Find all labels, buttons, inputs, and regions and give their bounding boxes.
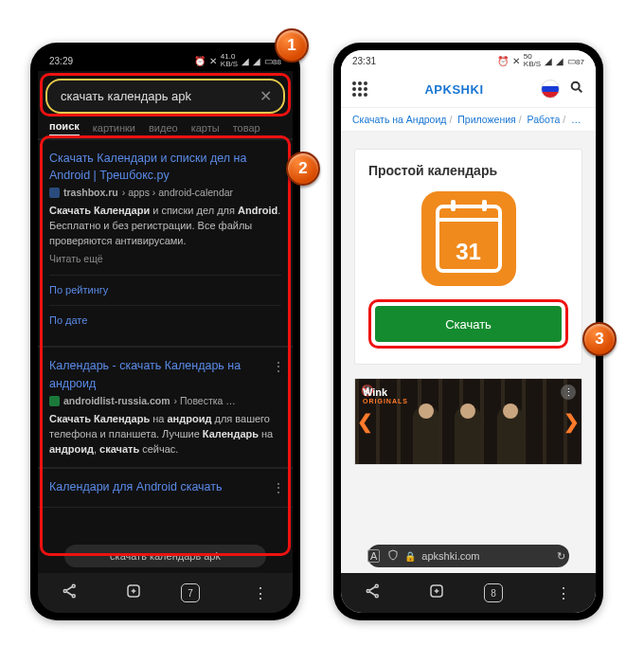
status-icons: ⏰ ✕ 41.0 KB/S ◢◢ ▭88 bbox=[194, 53, 281, 68]
search-icon[interactable] bbox=[569, 80, 584, 99]
site-header: APKSHKI bbox=[341, 71, 596, 108]
phone-left: 23:29 ⏰ ✕ 41.0 KB/S ◢◢ ▭88 ✕ поиск bbox=[30, 43, 300, 620]
status-bar: 23:31 ⏰✕ 50 KB/S ◢◢ ▭87 bbox=[341, 50, 596, 71]
search-tabs: поиск картинки видео карты товар bbox=[38, 117, 293, 139]
url-text: скачать календарь apk bbox=[110, 550, 221, 562]
crumb[interactable]: Приложения bbox=[457, 114, 515, 125]
browser-nav: 7 ⋮ bbox=[38, 573, 293, 613]
crumb: … bbox=[571, 114, 581, 125]
result-3[interactable]: ⋮ Календари для Android скачать bbox=[38, 468, 293, 508]
new-tab-icon[interactable] bbox=[117, 582, 150, 603]
browser-nav: 8 ⋮ bbox=[341, 573, 596, 613]
address-bar[interactable]: скачать календарь apk bbox=[64, 545, 266, 567]
result-title: Календарь - скачать Календарь на андроид bbox=[49, 357, 281, 391]
status-time: 23:31 bbox=[352, 56, 376, 66]
highlight-download: Скачать bbox=[368, 299, 568, 349]
result-2[interactable]: ⋮ Календарь - скачать Календарь на андро… bbox=[38, 347, 293, 467]
share-icon[interactable] bbox=[357, 582, 389, 603]
share-icon[interactable] bbox=[54, 582, 86, 603]
tab-images[interactable]: картинки bbox=[93, 122, 135, 134]
apps-grid-icon[interactable] bbox=[352, 81, 367, 97]
address-bar[interactable]: A 🔒 apkshki.com ↻ bbox=[367, 545, 569, 567]
menu-icon[interactable]: ⋮ bbox=[547, 584, 580, 602]
tab-video[interactable]: видео bbox=[149, 122, 178, 134]
shield-icon[interactable] bbox=[387, 549, 399, 563]
svg-point-1 bbox=[72, 584, 75, 587]
reader-icon[interactable]: A bbox=[367, 549, 380, 563]
ad-brand: Wink ORIGINALS bbox=[363, 386, 408, 404]
screen-search: 23:29 ⏰ ✕ 41.0 KB/S ◢◢ ▭88 ✕ поиск bbox=[38, 50, 293, 613]
screen-apkshki: 23:31 ⏰✕ 50 KB/S ◢◢ ▭87 APKSHKI bbox=[341, 50, 596, 613]
url-text: apkshki.com bbox=[421, 550, 479, 562]
new-tab-icon[interactable] bbox=[420, 582, 453, 603]
menu-icon[interactable]: ⋮ bbox=[244, 584, 277, 602]
favicon-icon bbox=[49, 396, 60, 406]
search-results: Скачать Календари и списки дел на Androi… bbox=[38, 139, 293, 539]
tab-maps[interactable]: карты bbox=[191, 122, 220, 134]
svg-point-2 bbox=[72, 595, 75, 598]
status-icons: ⏰✕ 50 KB/S ◢◢ ▭87 bbox=[497, 53, 584, 68]
clear-icon[interactable]: ✕ bbox=[259, 89, 272, 104]
lock-icon: 🔒 bbox=[404, 551, 416, 562]
result-title: Календари для Android скачать bbox=[49, 478, 281, 495]
result-snippet: Скачать Календари и списки дел для Andro… bbox=[49, 204, 281, 249]
step-badge-2: 2 bbox=[286, 152, 320, 186]
app-card: Простой календарь 31 Скачать bbox=[354, 149, 582, 365]
calendar-icon: 31 bbox=[436, 205, 502, 273]
chevron-left-icon[interactable]: ❮ bbox=[357, 410, 373, 433]
download-button[interactable]: Скачать bbox=[375, 306, 562, 342]
result-title: Скачать Календари и списки дел на Androi… bbox=[49, 150, 281, 184]
svg-point-5 bbox=[367, 590, 369, 593]
svg-point-6 bbox=[375, 584, 378, 587]
page-body: Простой календарь 31 Скачать bbox=[341, 132, 596, 539]
status-time: 23:29 bbox=[49, 56, 73, 66]
svg-point-4 bbox=[572, 82, 580, 90]
phone-right: 23:31 ⏰✕ 50 KB/S ◢◢ ▭87 APKSHKI bbox=[333, 43, 603, 620]
tabs-button[interactable]: 7 bbox=[181, 583, 213, 602]
step-badge-1: 1 bbox=[275, 28, 309, 63]
sublink-date[interactable]: По дате bbox=[49, 305, 281, 336]
result-url: androidlist-russia.com › Повестка … bbox=[49, 394, 281, 408]
ad-banner[interactable]: 🔇 ⋮ ❮ ❯ Wink ORIGINALS bbox=[354, 378, 582, 465]
tab-goods[interactable]: товар bbox=[233, 122, 260, 134]
svg-point-0 bbox=[63, 590, 66, 593]
crumb[interactable]: Работа bbox=[528, 114, 561, 125]
refresh-icon[interactable]: ↻ bbox=[557, 550, 565, 563]
ad-menu-icon[interactable]: ⋮ bbox=[561, 385, 576, 400]
result-snippet: Скачать Календарь на андроид для вашего … bbox=[49, 412, 281, 457]
crumb[interactable]: Скачать на Андроид bbox=[352, 114, 446, 125]
search-input[interactable] bbox=[59, 88, 259, 104]
result-1[interactable]: Скачать Календари и списки дел на Androi… bbox=[38, 139, 293, 347]
svg-point-7 bbox=[375, 595, 378, 598]
app-icon: 31 bbox=[421, 191, 516, 286]
search-bar[interactable]: ✕ bbox=[45, 79, 285, 114]
sublink-rating[interactable]: По рейтингу bbox=[49, 275, 281, 306]
app-title: Простой календарь bbox=[368, 163, 568, 178]
step-badge-3: 3 bbox=[582, 322, 617, 356]
breadcrumb: Скачать на Андроид/ Приложения/ Работа/ … bbox=[341, 108, 596, 132]
chevron-right-icon[interactable]: ❯ bbox=[564, 410, 580, 433]
tab-search[interactable]: поиск bbox=[49, 120, 80, 136]
result-url: trashbox.ru › apps › android-calendar bbox=[49, 186, 281, 200]
kebab-icon[interactable]: ⋮ bbox=[272, 478, 285, 497]
read-more[interactable]: Читать ещё bbox=[49, 252, 281, 266]
kebab-icon[interactable]: ⋮ bbox=[272, 357, 285, 376]
status-bar: 23:29 ⏰ ✕ 41.0 KB/S ◢◢ ▭88 bbox=[38, 50, 293, 71]
lang-flag-icon[interactable] bbox=[541, 80, 560, 99]
site-brand[interactable]: APKSHKI bbox=[424, 82, 483, 97]
favicon-icon bbox=[49, 188, 60, 198]
tabs-button[interactable]: 8 bbox=[484, 583, 516, 602]
